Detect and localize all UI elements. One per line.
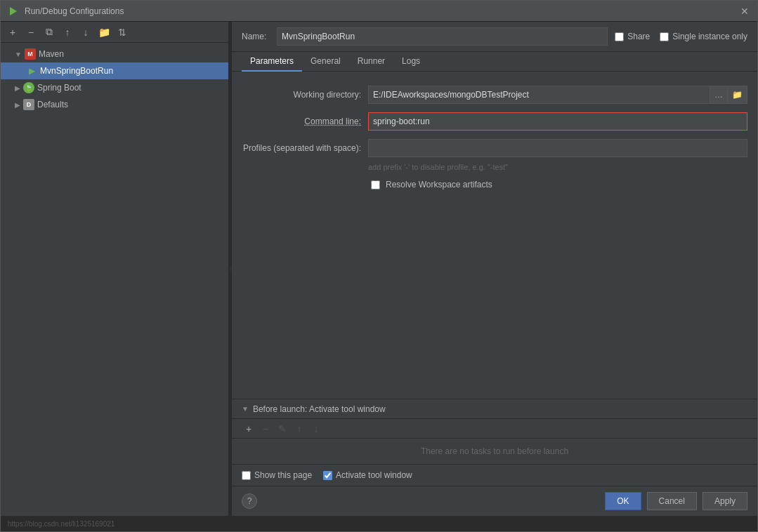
before-launch-edit-button[interactable]: ✎ xyxy=(275,422,289,436)
title-bar-left: Run/Debug Configurations xyxy=(8,6,124,17)
command-line-label: Command line: xyxy=(242,117,361,126)
tab-bar: Parameters General Runner Logs xyxy=(232,52,757,72)
tree-label-mvnspringbootrun: MvnSpringBootRun xyxy=(40,66,113,76)
run-debug-dialog: Run/Debug Configurations ✕ + − ⧉ ↑ ↓ 📁 ⇅… xyxy=(0,0,758,532)
share-checkbox[interactable] xyxy=(615,32,624,41)
ok-button[interactable]: OK xyxy=(605,492,641,510)
activate-tool-window-text: Activate tool window xyxy=(336,470,412,480)
copy-config-button[interactable]: ⧉ xyxy=(41,25,57,40)
tab-logs[interactable]: Logs xyxy=(393,52,429,72)
tree-arrow-springboot: ▶ xyxy=(15,84,20,92)
cancel-button[interactable]: Cancel xyxy=(647,492,697,510)
command-line-row: Command line: xyxy=(242,108,747,135)
working-directory-folder-button[interactable]: 📁 xyxy=(728,86,747,104)
name-row: Name: Share Single instance only xyxy=(232,22,757,52)
profiles-input[interactable] xyxy=(368,139,747,157)
tree-item-maven[interactable]: ▼ M Maven xyxy=(1,46,228,62)
resolve-workspace-row: Resolve Workspace artifacts xyxy=(242,174,747,195)
before-launch-title: Before launch: Activate tool window xyxy=(253,404,386,414)
before-launch-toggle[interactable]: ▼ xyxy=(242,405,249,413)
resolve-workspace-checkbox[interactable] xyxy=(371,180,380,189)
show-this-page-checkbox[interactable] xyxy=(242,471,251,480)
single-instance-checkbox[interactable] xyxy=(660,32,669,41)
tab-parameters[interactable]: Parameters xyxy=(242,52,302,72)
watermark-text: https://blog.csdn.net/li1325169021 xyxy=(8,520,115,528)
profiles-label: Profiles (separated with space): xyxy=(242,143,361,153)
remove-config-button[interactable]: − xyxy=(23,25,39,40)
watermark-bar: https://blog.csdn.net/li1325169021 xyxy=(1,516,757,531)
folder-button[interactable]: 📁 xyxy=(96,25,112,40)
tree-item-mvnspringbootrun[interactable]: ▶ MvnSpringBootRun xyxy=(1,62,228,79)
profiles-row: Profiles (separated with space): xyxy=(242,135,747,161)
single-instance-label[interactable]: Single instance only xyxy=(660,32,747,41)
close-button[interactable]: ✕ xyxy=(739,6,750,17)
move-up-button[interactable]: ↑ xyxy=(60,25,75,40)
help-button[interactable]: ? xyxy=(242,493,257,509)
single-instance-text: Single instance only xyxy=(672,32,747,41)
tab-general[interactable]: General xyxy=(302,52,349,72)
move-down-button[interactable]: ↓ xyxy=(78,25,93,40)
working-directory-input-group: … 📁 xyxy=(368,86,747,104)
dialog-title: Run/Debug Configurations xyxy=(25,6,124,16)
working-directory-row: Working directory: … 📁 xyxy=(242,81,747,108)
before-launch-down-button[interactable]: ↓ xyxy=(309,422,323,436)
tree-item-springboot[interactable]: ▶ 🍃 Spring Boot xyxy=(1,79,228,96)
footer-options: Show this page Activate tool window xyxy=(232,464,757,486)
footer-right: OK Cancel Apply xyxy=(605,492,747,510)
tree-label-maven: Maven xyxy=(39,49,64,59)
command-line-input[interactable] xyxy=(368,112,747,131)
tab-runner[interactable]: Runner xyxy=(349,52,393,72)
maven-icon: M xyxy=(25,48,36,60)
tree-item-defaults[interactable]: ▶ D Defaults xyxy=(1,96,228,113)
tree-label-defaults: Defaults xyxy=(37,100,68,109)
add-config-button[interactable]: + xyxy=(5,25,20,40)
share-checkbox-label[interactable]: Share xyxy=(615,32,650,41)
sort-button[interactable]: ⇅ xyxy=(115,25,130,40)
before-launch-remove-button[interactable]: − xyxy=(259,422,273,436)
before-launch-header: ▼ Before launch: Activate tool window xyxy=(232,399,757,419)
right-panel: Name: Share Single instance only Paramet… xyxy=(232,22,757,516)
name-input[interactable] xyxy=(277,27,608,46)
dialog-footer: ? OK Cancel Apply xyxy=(232,486,757,516)
before-launch-up-button[interactable]: ↑ xyxy=(292,422,306,436)
tree-label-springboot: Spring Boot xyxy=(37,83,81,93)
tree-arrow-maven: ▼ xyxy=(15,51,22,58)
footer-left: ? xyxy=(242,493,257,509)
working-directory-browse-button[interactable]: … xyxy=(710,86,728,104)
config-tree: ▼ M Maven ▶ MvnSpringBootRun ▶ 🍃 Spring … xyxy=(1,43,228,516)
before-launch-toolbar: + − ✎ ↑ ↓ xyxy=(232,419,757,439)
tab-content-parameters: Working directory: … 📁 Command line: Pro… xyxy=(232,72,757,399)
tree-toolbar: + − ⧉ ↑ ↓ 📁 ⇅ xyxy=(1,22,228,43)
name-label: Name: xyxy=(242,32,270,41)
show-this-page-text: Show this page xyxy=(254,470,312,480)
apply-button[interactable]: Apply xyxy=(703,492,747,510)
activate-tool-window-checkbox[interactable] xyxy=(323,471,332,480)
share-options: Share Single instance only xyxy=(615,32,747,41)
working-directory-input[interactable] xyxy=(368,86,710,104)
title-bar: Run/Debug Configurations ✕ xyxy=(1,1,757,22)
svg-marker-0 xyxy=(10,7,17,15)
springboot-icon: 🍃 xyxy=(23,82,34,93)
show-this-page-label[interactable]: Show this page xyxy=(242,470,312,480)
tree-arrow-defaults: ▶ xyxy=(15,101,20,109)
profiles-hint: add prefix '-' to disable profile, e.g. … xyxy=(242,161,747,174)
before-launch-add-button[interactable]: + xyxy=(242,422,256,436)
dialog-body: + − ⧉ ↑ ↓ 📁 ⇅ ▼ M Maven ▶ MvnSpringBootR… xyxy=(1,22,757,516)
resolve-workspace-label: Resolve Workspace artifacts xyxy=(386,180,492,189)
dialog-icon xyxy=(8,6,19,17)
defaults-icon: D xyxy=(23,99,34,110)
run-config-icon: ▶ xyxy=(26,65,37,77)
activate-tool-window-label[interactable]: Activate tool window xyxy=(323,470,412,480)
left-panel: + − ⧉ ↑ ↓ 📁 ⇅ ▼ M Maven ▶ MvnSpringBootR… xyxy=(1,22,229,516)
before-launch-section: ▼ Before launch: Activate tool window + … xyxy=(232,399,757,486)
working-directory-label: Working directory: xyxy=(242,90,361,100)
share-label: Share xyxy=(627,32,650,41)
content-spacer xyxy=(242,195,747,389)
before-launch-empty-message: There are no tasks to run before launch xyxy=(232,439,757,464)
